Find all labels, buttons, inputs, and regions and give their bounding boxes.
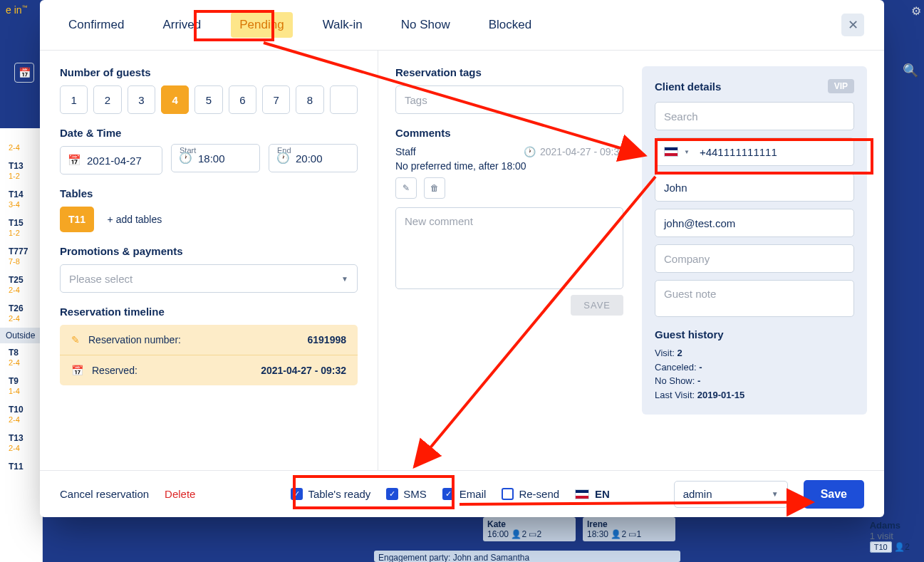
checkbox-icon [502,488,514,500]
client-search-input[interactable]: Search [655,102,854,130]
logo-text: e in™ [6,4,28,16]
datetime-label: Date & Time [60,127,358,139]
reservation-modal: Confirmed Arrived Pending Walk-in No Sho… [40,0,884,517]
calendar-icon[interactable]: 📅 [14,63,34,83]
bg-client-name: Adams [870,520,900,531]
chevron-down-icon: ▼ [772,490,779,498]
gear-icon[interactable]: ⚙ [911,4,921,18]
search-icon[interactable]: 🔍 [903,63,918,78]
end-value: 20:00 [296,152,323,165]
client-phone-input[interactable]: ▼ +441111111111 [655,137,854,166]
comment-author: Staff [395,146,416,157]
client-details-title: Client details [655,80,721,93]
uk-flag-icon[interactable] [664,147,678,157]
vip-badge[interactable]: VIP [828,79,854,93]
guest-count-row: 1 2 3 4 5 6 7 8 [60,85,358,114]
tab-confirmed[interactable]: Confirmed [60,12,133,38]
delete-comment-button[interactable]: 🗑 [424,177,445,199]
date-field[interactable]: 📅 2021-04-27 [60,146,162,175]
client-email-input[interactable]: john@test.com [655,209,854,237]
client-details-panel: Client details VIP Search ▼ +44111111111… [642,66,867,415]
language-selector[interactable]: EN [575,488,610,500]
delete-link[interactable]: Delete [165,488,195,500]
table-chip[interactable]: T11 [60,207,94,232]
clock-icon: 🕐 [276,152,290,165]
cancel-reservation-link[interactable]: Cancel reservation [60,488,149,500]
guest-5[interactable]: 5 [194,85,222,114]
uk-flag-icon [575,489,589,499]
tags-input[interactable]: Tags [395,85,623,114]
guest-2[interactable]: 2 [93,85,121,114]
date-value: 2021-04-27 [87,155,142,167]
trash-icon: 🗑 [430,183,439,193]
tab-walkin[interactable]: Walk-in [314,12,371,38]
resend-checkbox[interactable]: Re-send [502,488,559,500]
reservation-number: 6191998 [307,334,346,345]
checkbox-icon: ✓ [291,488,303,500]
tab-pending[interactable]: Pending [231,12,292,38]
modal-footer: Cancel reservation Delete ✓Table's ready… [40,470,884,517]
bg-res-name: Kate [487,519,506,529]
save-button[interactable]: Save [804,480,864,509]
user-select[interactable]: admin▼ [674,481,788,508]
add-tables-link[interactable]: + add tables [108,214,162,225]
comment-text: No preferred time, after 18:00 [395,160,625,172]
calendar-icon: 📅 [71,365,83,376]
checkbox-icon: ✓ [386,488,398,500]
tab-blocked[interactable]: Blocked [480,12,540,38]
promo-select[interactable]: Please select ▼ [60,264,358,293]
guest-6[interactable]: 6 [229,85,256,114]
email-checkbox[interactable]: ✓Email [442,488,487,500]
timeline-label: Reservation timeline [60,306,358,318]
clock-icon: 🕐 [179,152,192,165]
guest-more[interactable] [330,85,358,114]
reserved-ts: 2021-04-27 - 09:32 [261,365,346,376]
tags-label: Reservation tags [395,66,625,78]
promo-label: Promotions & payments [60,245,358,257]
guests-label: Number of guests [60,66,358,78]
clock-icon: 🕐 [524,146,536,157]
guest-8[interactable]: 8 [296,85,323,114]
start-value: 18:00 [198,152,225,165]
edit-comment-button[interactable]: ✎ [395,177,417,199]
save-comment-button[interactable]: SAVE [571,295,623,316]
calendar-icon: 📅 [68,154,81,167]
checkbox-icon: ✓ [442,488,455,500]
chevron-down-icon[interactable]: ▼ [684,149,690,155]
status-tabs: Confirmed Arrived Pending Walk-in No Sho… [40,0,884,51]
sms-checkbox[interactable]: ✓SMS [386,488,427,500]
guest-history: Guest history Visit: 2 Canceled: - No Sh… [655,328,854,402]
tab-arrived[interactable]: Arrived [154,12,209,38]
timeline-box: ✎ Reservation number: 6191998 📅 Reserved… [60,325,358,385]
new-comment-input[interactable]: New comment [395,207,623,289]
bg-res-name: Irene [587,519,608,529]
client-company-input[interactable]: Company [655,244,854,273]
guest-7[interactable]: 7 [262,85,290,114]
chevron-down-icon: ▼ [341,275,348,283]
comments-label: Comments [395,127,625,139]
guest-1[interactable]: 1 [60,85,88,114]
bg-table-sidebar: 2-4 T131-2 T143-4 T151-2 T7777-8 T252-4 … [0,128,43,562]
phone-value: +441111111111 [700,146,777,158]
tables-label: Tables [60,187,358,199]
client-note-input[interactable]: Guest note [655,280,854,317]
close-icon: ✕ [848,17,858,33]
bg-event: Engagement party: John and Samantha [374,551,680,562]
guest-3[interactable]: 3 [128,85,155,114]
guest-4[interactable]: 4 [161,85,189,114]
table-ready-checkbox[interactable]: ✓Table's ready [291,488,370,500]
edit-icon: ✎ [71,334,80,345]
pencil-icon: ✎ [403,183,410,193]
comment-ts: 2021-04-27 - 09:32 [540,146,625,157]
close-button[interactable]: ✕ [841,14,864,36]
tab-noshow[interactable]: No Show [393,12,459,38]
client-name-input[interactable]: John [655,173,854,202]
